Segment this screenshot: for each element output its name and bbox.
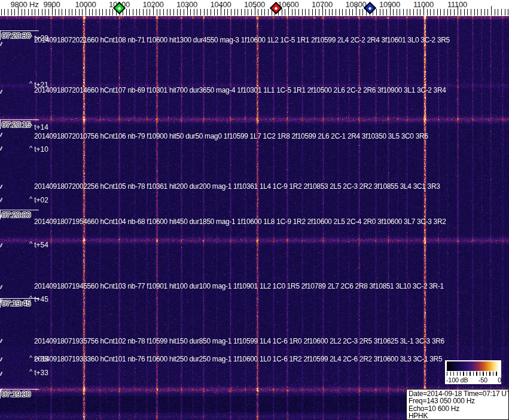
echo-marker: ^t+33 — [29, 369, 48, 377]
echo-marker: ^t+10 — [29, 145, 48, 154]
freq-tick — [8, 9, 8, 16]
info-line-freq: Freq=143 050 000 Hz — [409, 397, 508, 404]
detection-line: 20140918071933360 hCnt101 nb-76 f10600 h… — [34, 355, 442, 363]
time-label: 07:20:30 — [0, 30, 39, 40]
time-label: 07:20:15 — [0, 119, 39, 129]
time-label: 07:19:30 — [0, 389, 39, 398]
freq-tick — [292, 9, 292, 16]
freq-tick — [268, 9, 269, 16]
freq-tick — [25, 9, 25, 16]
echo-marker: ^t+54 — [29, 241, 48, 249]
freq-tick — [197, 9, 197, 16]
echo-marker-label: t+10 — [34, 145, 48, 154]
freq-tick — [102, 9, 103, 16]
freq-tick — [413, 9, 414, 16]
freq-tick — [126, 9, 127, 16]
detection-line: 20140918071954660 hCnt104 nb-68 f10600 h… — [34, 217, 446, 226]
freq-tick — [234, 9, 235, 16]
freq-tick — [109, 9, 110, 16]
freq-tick — [184, 9, 184, 16]
freq-label: 10700 — [312, 0, 333, 9]
freq-tick — [332, 9, 333, 16]
freq-tick — [464, 9, 465, 16]
freq-tick — [75, 9, 76, 16]
freq-label: 10300 — [176, 0, 197, 9]
time-label: 07:19:45 — [0, 298, 39, 308]
freq-label: 11000 — [413, 0, 434, 9]
freq-tick — [498, 9, 498, 16]
freq-tick — [59, 9, 59, 16]
freq-tick — [298, 9, 299, 16]
freq-tick — [447, 9, 448, 16]
freq-tick — [295, 9, 295, 16]
detection-line: 20140918072014660 hCnt107 nb-69 f10301 h… — [34, 86, 446, 94]
freq-tick — [245, 9, 245, 16]
freq-tick — [45, 9, 45, 16]
freq-tick — [434, 9, 434, 16]
freq-tick — [454, 9, 455, 16]
freq-tick — [346, 9, 346, 16]
freq-tick — [474, 9, 475, 16]
freq-tick — [35, 9, 35, 16]
freq-tick — [417, 9, 417, 16]
freq-tick — [467, 9, 468, 16]
freq-tick — [129, 9, 130, 16]
freq-tick — [339, 9, 340, 16]
freq-tick — [177, 9, 178, 16]
freq-tick — [336, 9, 336, 16]
freq-tick — [420, 9, 420, 16]
blue-diamond-marker-center-dot — [368, 7, 371, 10]
detection-line: 20140918072021660 hCnt108 nb-71 f10600 h… — [34, 36, 450, 44]
freq-tick — [362, 9, 363, 16]
info-box: Date=2014-09-18 Time=07:17 UTC Freq=143 … — [406, 389, 509, 420]
echo-marker-caret: ^ — [29, 80, 32, 87]
freq-tick — [65, 9, 66, 16]
freq-tick — [160, 9, 160, 16]
freq-tick — [38, 9, 39, 16]
freq-tick — [430, 9, 431, 16]
detection-line: 20140918072002256 hCnt105 nb-78 f10361 h… — [34, 182, 440, 191]
freq-tick — [477, 9, 478, 16]
echo-marker: ^t+02 — [29, 196, 48, 204]
freq-tick — [501, 9, 502, 16]
freq-tick — [312, 9, 313, 16]
freq-tick — [55, 9, 56, 16]
freq-label: 10400 — [210, 0, 231, 9]
freq-tick — [79, 9, 80, 16]
freq-label: 10900 — [379, 0, 400, 9]
freq-tick — [248, 9, 248, 16]
freq-tick — [261, 9, 262, 16]
freq-tick — [258, 9, 258, 16]
freq-tick — [461, 9, 461, 16]
freq-tick — [157, 9, 157, 16]
freq-tick — [167, 9, 167, 16]
freq-tick — [427, 9, 428, 16]
freq-tick — [349, 9, 350, 16]
freq-tick — [237, 9, 238, 16]
freq-tick — [92, 9, 93, 16]
echo-marker-caret: ^ — [29, 368, 32, 375]
legend-min-label: -100 dB — [446, 376, 468, 384]
freq-tick — [72, 9, 72, 16]
freq-tick — [211, 9, 211, 16]
freq-tick — [204, 9, 205, 16]
detection-line: 20140918072010756 hCnt106 nb-79 f10900 h… — [34, 132, 428, 140]
echo-marker-label: t+54 — [34, 241, 48, 249]
freq-tick — [359, 9, 360, 16]
freq-tick — [69, 9, 69, 16]
freq-tick — [386, 9, 387, 16]
echo-marker-caret: ^ — [29, 240, 32, 247]
freq-tick — [28, 9, 29, 16]
freq-tick — [180, 9, 181, 16]
freq-tick — [133, 9, 133, 16]
freq-tick — [62, 9, 62, 16]
freq-label: 10200 — [142, 0, 163, 9]
freq-tick — [352, 9, 353, 16]
freq-tick — [315, 9, 316, 16]
green-diamond-marker-center-dot — [118, 7, 121, 10]
freq-tick — [147, 9, 147, 16]
freq-tick — [302, 9, 303, 16]
legend-color-gradient — [447, 361, 499, 371]
freq-tick — [342, 9, 343, 16]
freq-label: 10000 — [75, 0, 96, 9]
